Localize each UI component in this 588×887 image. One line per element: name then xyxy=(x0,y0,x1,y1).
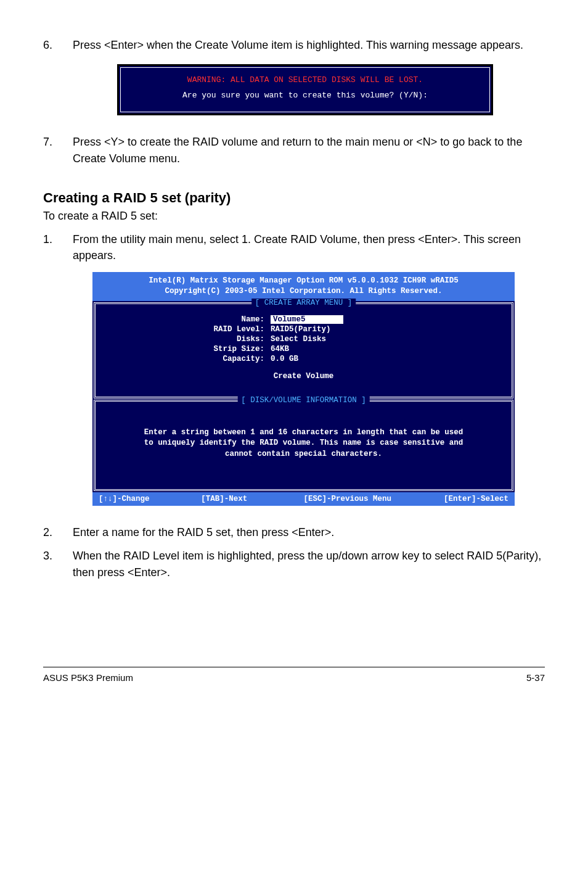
create-volume-action[interactable]: Create Volume xyxy=(104,372,503,381)
field-capacity-row: Capacity: 0.0 GB xyxy=(104,355,503,363)
field-label: Name: xyxy=(104,315,271,324)
field-label: RAID Level: xyxy=(104,325,271,334)
footer-right: 5-37 xyxy=(526,672,545,683)
footer-next: [TAB]-Next xyxy=(201,495,303,503)
footer-prev: [ESC]-Previous Menu xyxy=(304,495,406,503)
field-name-row: Name: Volume5 xyxy=(104,315,503,324)
name-input[interactable]: Volume5 xyxy=(271,315,343,324)
step-7: 7. Press <Y> to create the RAID volume a… xyxy=(43,134,545,166)
step-2: 2. Enter a name for the RAID 5 set, then… xyxy=(43,524,545,540)
info-text: Enter a string between 1 and 16 characte… xyxy=(104,409,503,482)
dialog-inner: WARNING: ALL DATA ON SELECTED DISKS WILL… xyxy=(120,67,490,112)
info-line: cannot contain special characters. xyxy=(116,449,491,460)
info-line: to uniquely identify the RAID volume. Th… xyxy=(116,438,491,449)
step-number: 6. xyxy=(43,37,73,53)
bios-header-line2: Copyright(C) 2003-05 Intel Corporation. … xyxy=(99,286,508,297)
field-raid-row: RAID Level: RAID5(Parity) xyxy=(104,325,503,334)
step-text: When the RAID Level item is highlighted,… xyxy=(73,548,545,580)
field-disks-row: Disks: Select Disks xyxy=(104,335,503,344)
footer-left: ASUS P5K3 Premium xyxy=(43,672,133,683)
step-text: Press <Enter> when the Create Volume ite… xyxy=(73,37,545,53)
step-number: 2. xyxy=(43,524,73,540)
section-heading: Creating a RAID 5 set (parity) xyxy=(43,190,545,206)
step-text: Press <Y> to create the RAID volume and … xyxy=(73,134,545,166)
bios-footer: [↑↓]-Change [TAB]-Next [ESC]-Previous Me… xyxy=(92,492,515,506)
panel-title: [ CREATE ARRAY MENU ] xyxy=(251,299,356,307)
raid-level-value[interactable]: RAID5(Parity) xyxy=(271,325,331,334)
create-array-panel: [ CREATE ARRAY MENU ] Name: Volume5 RAID… xyxy=(94,302,513,398)
footer-change: [↑↓]-Change xyxy=(99,495,201,503)
bios-screenshot: Intel(R) Matrix Storage Manager Option R… xyxy=(92,272,515,506)
panel-title: [ DISK/VOLUME INFORMATION ] xyxy=(237,396,370,405)
field-label: Strip Size: xyxy=(104,345,271,353)
footer-select: [Enter]-Select xyxy=(406,495,508,503)
bios-header: Intel(R) Matrix Storage Manager Option R… xyxy=(92,272,515,301)
step-number: 7. xyxy=(43,134,73,166)
disk-volume-info-panel: [ DISK/VOLUME INFORMATION ] Enter a stri… xyxy=(94,400,513,492)
bios-header-line1: Intel(R) Matrix Storage Manager Option R… xyxy=(99,276,508,287)
disks-value[interactable]: Select Disks xyxy=(271,335,326,344)
step-1: 1. From the utility main menu, select 1.… xyxy=(43,231,545,263)
capacity-value[interactable]: 0.0 GB xyxy=(271,355,298,363)
step-number: 3. xyxy=(43,548,73,580)
step-number: 1. xyxy=(43,231,73,263)
section-intro: To create a RAID 5 set: xyxy=(43,210,545,223)
field-label: Capacity: xyxy=(104,355,271,363)
field-strip-row: Strip Size: 64KB xyxy=(104,345,503,353)
step-3: 3. When the RAID Level item is highlight… xyxy=(43,548,545,580)
strip-size-value[interactable]: 64KB xyxy=(271,345,289,353)
warning-line: WARNING: ALL DATA ON SELECTED DISKS WILL… xyxy=(127,73,483,88)
page-footer: ASUS P5K3 Premium 5-37 xyxy=(43,667,545,683)
warning-dialog: WARNING: ALL DATA ON SELECTED DISKS WILL… xyxy=(117,64,493,115)
field-label: Disks: xyxy=(104,335,271,344)
step-text: From the utility main menu, select 1. Cr… xyxy=(73,231,545,263)
step-6: 6. Press <Enter> when the Create Volume … xyxy=(43,37,545,53)
step-text: Enter a name for the RAID 5 set, then pr… xyxy=(73,524,545,540)
prompt-line: Are you sure you want to create this vol… xyxy=(127,88,483,104)
info-line: Enter a string between 1 and 16 characte… xyxy=(116,427,491,439)
